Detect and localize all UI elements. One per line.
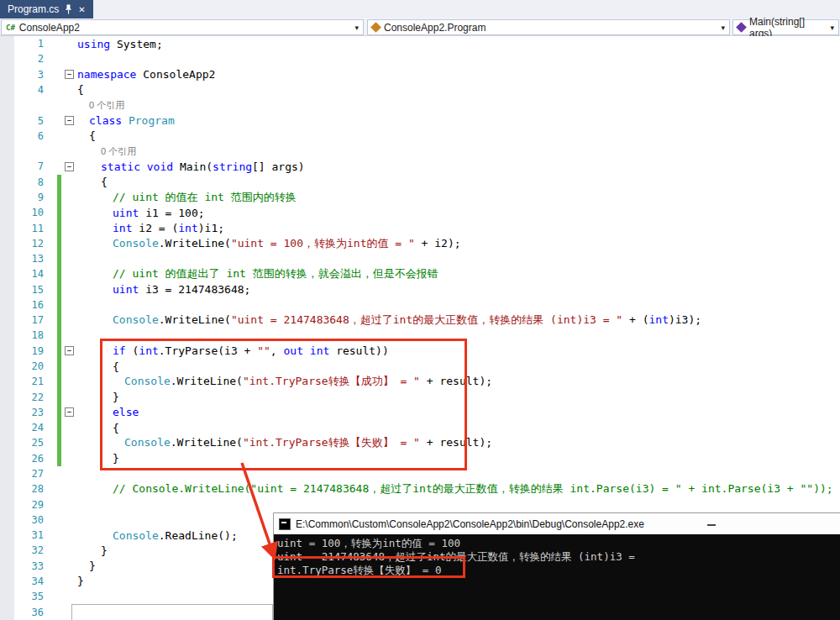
line-number[interactable]: 12 <box>0 238 46 250</box>
code-text: Console.WriteLine("uint = 2147483648，超过了… <box>77 313 701 328</box>
code-line[interactable]: 13 <box>0 251 840 266</box>
line-number[interactable]: 35 <box>0 591 46 602</box>
line-number[interactable]: 17 <box>0 314 46 326</box>
line-number[interactable]: 23 <box>0 407 46 418</box>
code-line[interactable]: 4{ <box>0 82 840 97</box>
line-number[interactable]: 31 <box>0 529 46 541</box>
type-dropdown[interactable]: ConsoleApp2.Program ▾ <box>367 19 730 35</box>
code-text: } <box>77 575 84 587</box>
line-number[interactable]: 25 <box>0 437 46 449</box>
line-number[interactable]: 2 <box>0 53 46 65</box>
code-text: { <box>77 176 108 188</box>
code-line[interactable]: 17Console.WriteLine("uint = 2147483648，超… <box>0 313 840 328</box>
type-dropdown-value: ConsoleApp2.Program <box>384 22 486 34</box>
annotation-rectangle-console <box>272 556 465 578</box>
line-number[interactable]: 5 <box>0 115 46 127</box>
code-line[interactable]: 16 <box>0 297 840 313</box>
change-tracking-bar <box>57 420 61 435</box>
code-text: } <box>77 544 108 557</box>
collapse-icon[interactable]: − <box>65 346 74 355</box>
line-number[interactable]: 19 <box>0 345 46 357</box>
chevron-down-icon[interactable]: ▾ <box>830 24 834 32</box>
line-number[interactable]: 34 <box>0 575 46 587</box>
csharp-file-icon: C# <box>6 24 15 32</box>
line-number[interactable]: 26 <box>0 453 46 465</box>
code-text: Console.WriteLine("uint = 100，转换为int的值 =… <box>77 236 461 251</box>
line-number[interactable]: 13 <box>0 253 46 265</box>
change-tracking-bar <box>57 190 61 205</box>
line-number[interactable]: 21 <box>0 376 46 387</box>
code-text: namespace ConsoleApp2 <box>77 68 215 81</box>
line-number[interactable]: 24 <box>0 422 46 433</box>
line-number[interactable]: 16 <box>0 299 46 311</box>
change-tracking-bar <box>57 251 61 266</box>
line-number[interactable]: 29 <box>0 499 46 511</box>
code-text: static void Main(string[] args) <box>77 160 305 173</box>
tab-program-cs[interactable]: Program.cs ✕ <box>0 0 93 18</box>
code-line[interactable]: 12Console.WriteLine("uint = 100，转换为int的值… <box>0 236 840 251</box>
line-number[interactable]: 6 <box>0 130 46 142</box>
code-line[interactable]: 10uint i1 = 100; <box>0 205 840 220</box>
code-line[interactable]: 14// uint 的值超出了 int 范围的转换，就会溢出，但是不会报错 <box>0 266 840 281</box>
close-icon[interactable]: ✕ <box>78 5 85 14</box>
code-text: { <box>77 129 96 142</box>
code-text: } <box>77 560 96 572</box>
line-number[interactable]: 4 <box>0 84 46 96</box>
code-line[interactable]: 2 <box>0 51 840 66</box>
code-line[interactable]: 8{ <box>0 175 840 190</box>
pin-icon[interactable] <box>65 4 72 14</box>
line-number[interactable]: 15 <box>0 284 46 296</box>
code-text: int i2 = (int)i1; <box>77 222 224 234</box>
line-number[interactable]: 33 <box>0 560 46 572</box>
line-number[interactable]: 3 <box>0 69 46 81</box>
console-title-bar[interactable]: E:\Common\Custom\ConsoleApp2\ConsoleApp2… <box>274 513 840 534</box>
line-number[interactable]: 20 <box>0 360 46 372</box>
line-number[interactable]: 9 <box>0 192 46 203</box>
line-number[interactable]: 14 <box>0 268 46 280</box>
line-number[interactable]: 1 <box>0 38 46 50</box>
code-line[interactable]: 5−class Program <box>0 113 840 128</box>
change-tracking-bar <box>57 36 61 51</box>
line-number[interactable]: 27 <box>0 468 46 480</box>
line-number[interactable]: 11 <box>0 223 46 234</box>
change-tracking-bar <box>57 497 61 512</box>
code-line[interactable]: 28// Console.WriteLine("uint = 214748364… <box>0 481 840 497</box>
code-line[interactable]: 1using System; <box>0 36 840 51</box>
change-tracking-bar <box>57 266 61 281</box>
code-line[interactable]: 11int i2 = (int)i1; <box>0 220 840 235</box>
line-number[interactable]: 7 <box>0 160 46 172</box>
member-dropdown[interactable]: Main(string[] args) ▾ <box>732 19 839 35</box>
change-tracking-bar <box>57 205 61 220</box>
code-line[interactable]: 6{ <box>0 129 840 144</box>
line-number[interactable]: 22 <box>0 391 46 403</box>
line-number[interactable]: 10 <box>0 207 46 218</box>
line-number[interactable]: 30 <box>0 514 46 526</box>
line-number[interactable]: 8 <box>0 176 46 188</box>
code-text: using System; <box>77 38 163 50</box>
codelens-row[interactable]: 0 个引用 <box>0 144 840 159</box>
codelens-references[interactable]: 0 个引用 <box>77 99 124 112</box>
minimize-icon[interactable] <box>707 524 716 526</box>
collapse-icon[interactable]: − <box>65 116 74 125</box>
change-tracking-bar <box>57 51 61 66</box>
code-text: // uint 的值超出了 int 范围的转换，就会溢出，但是不会报错 <box>77 266 438 281</box>
collapse-icon[interactable]: − <box>65 162 74 171</box>
codelens-row[interactable]: 0 个引用 <box>0 97 840 113</box>
collapse-icon[interactable]: − <box>65 70 74 79</box>
chevron-down-icon[interactable]: ▾ <box>354 24 359 32</box>
code-line[interactable]: 15uint i3 = 2147483648; <box>0 282 840 297</box>
code-line[interactable]: 3−namespace ConsoleApp2 <box>0 67 840 82</box>
line-number[interactable]: 32 <box>0 544 46 556</box>
line-number[interactable]: 28 <box>0 483 46 495</box>
codelens-references[interactable]: 0 个引用 <box>77 145 136 158</box>
code-line[interactable]: 29 <box>0 497 840 512</box>
line-number[interactable]: 18 <box>0 329 46 341</box>
line-number[interactable]: 36 <box>0 607 46 618</box>
project-dropdown[interactable]: C# ConsoleApp2 ▾ <box>1 19 364 35</box>
code-line[interactable]: 9// uint 的值在 int 范围内的转换 <box>0 190 840 205</box>
change-tracking-bar <box>57 435 61 450</box>
change-tracking-bar <box>57 175 61 190</box>
chevron-down-icon[interactable]: ▾ <box>721 24 725 32</box>
collapse-icon[interactable]: − <box>65 407 74 417</box>
code-line[interactable]: 7−static void Main(string[] args) <box>0 159 840 174</box>
